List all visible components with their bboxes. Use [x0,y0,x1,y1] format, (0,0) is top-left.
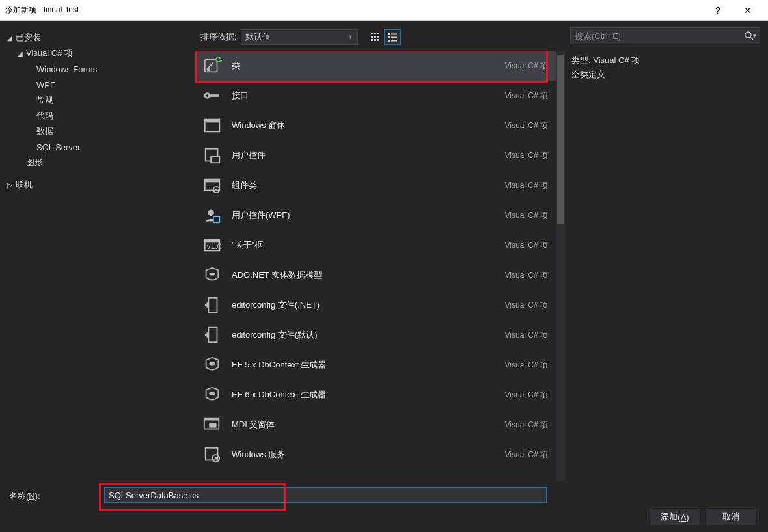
svg-rect-11 [388,36,390,38]
template-row[interactable]: Windows 服务Visual C# 项 [195,440,556,470]
template-row[interactable]: 用户控件Visual C# 项 [195,140,556,170]
template-name: 类 [232,60,505,72]
detail-desc: 空类定义 [570,68,768,82]
svg-rect-22 [205,120,220,123]
name-label: 名称(N): [9,490,40,502]
view-mode-small-icons[interactable] [367,29,384,45]
template-row[interactable]: Windows 窗体Visual C# 项 [195,111,556,140]
template-name: ADO.NET 实体数据模型 [232,269,505,281]
template-icon [200,114,224,137]
svg-rect-2 [377,33,379,34]
template-lang: Visual C# 项 [505,449,548,460]
svg-rect-12 [391,37,397,38]
details-panel: ▾ 类型: Visual C# 项 空类定义 [565,21,768,502]
name-input[interactable] [104,487,547,503]
category-tree: ◢已安装 ◢Visual C# 项 Windows Forms WPF 常规 代… [0,21,195,502]
view-mode-details[interactable] [384,29,401,45]
template-name: 组件类 [232,180,505,191]
tree-online[interactable]: ▷联机 [5,177,195,193]
svg-rect-5 [377,36,379,38]
template-icon [200,144,224,167]
template-lang: Visual C# 项 [505,330,548,341]
close-button[interactable]: ✕ [733,0,763,21]
svg-point-19 [206,94,209,97]
svg-rect-14 [391,40,397,42]
cancel-button[interactable]: 取消 [706,509,756,525]
template-icon [200,353,224,377]
template-row[interactable]: MDI 父窗体Visual C# 项 [195,410,556,440]
tree-child[interactable]: Windows Forms [5,61,195,77]
svg-rect-26 [205,180,220,183]
svg-point-42 [215,457,217,460]
search-box[interactable]: ▾ [570,27,760,44]
template-icon: C# [200,54,224,77]
template-lang: Visual C# 项 [505,210,548,221]
svg-rect-0 [371,33,373,34]
chevron-down-icon: ▼ [348,34,353,40]
svg-rect-20 [210,94,219,97]
template-lang: Visual C# 项 [505,120,548,131]
template-list: C#类Visual C# 项接口Visual C# 项Windows 窗体Vis… [195,51,565,502]
svg-rect-10 [391,34,397,35]
help-button[interactable]: ? [703,0,733,21]
sort-dropdown[interactable]: 默认值 ▼ [241,29,358,45]
svg-point-36 [209,392,215,395]
svg-rect-38 [204,418,219,421]
svg-rect-39 [209,423,216,428]
tree-child[interactable]: 代码 [5,108,195,124]
scrollbar-thumb[interactable] [557,55,564,224]
svg-point-35 [209,362,215,366]
detail-type: 类型: Visual C# 项 [570,53,768,68]
svg-rect-9 [388,33,390,35]
svg-rect-7 [374,39,376,41]
template-row[interactable]: EF 6.x DbContext 生成器Visual C# 项 [195,380,556,410]
template-row[interactable]: editorconfig 文件(.NET)Visual C# 项 [195,290,556,320]
template-icon [200,383,224,406]
template-lang: Visual C# 项 [505,90,548,101]
template-icon [200,204,224,227]
template-lang: Visual C# 项 [505,300,548,311]
template-name: EF 5.x DbContext 生成器 [232,359,505,371]
sort-value: 默认值 [245,31,271,43]
tree-visual-csharp[interactable]: ◢Visual C# 项 [5,46,195,61]
template-name: MDI 父窗体 [232,419,505,431]
tree-child[interactable]: WPF [5,77,195,92]
svg-point-29 [208,210,213,216]
tree-graphics[interactable]: 图形 [5,155,195,170]
search-icon[interactable]: ▾ [743,29,757,43]
tree-child[interactable]: SQL Server [5,139,195,155]
tree-child[interactable]: 数据 [5,124,195,139]
template-row[interactable]: v1.0"关于"框Visual C# 项 [195,230,556,260]
svg-rect-1 [374,33,376,34]
center-column: 排序依据: 默认值 ▼ C#类Visual C# 项接口Visual C# 项W… [195,21,565,502]
template-row[interactable]: 用户控件(WPF)Visual C# 项 [195,200,556,230]
template-row[interactable]: ADO.NET 实体数据模型Visual C# 项 [195,260,556,290]
template-row[interactable]: EF 5.x DbContext 生成器Visual C# 项 [195,350,556,380]
template-lang: Visual C# 项 [505,360,548,371]
tree-installed[interactable]: ◢已安装 [5,30,195,46]
svg-rect-8 [377,39,379,41]
template-icon [200,263,224,287]
template-row[interactable]: editorconfig 文件(默认)Visual C# 项 [195,320,556,350]
search-input[interactable] [575,31,743,41]
template-lang: Visual C# 项 [505,419,548,431]
template-scrollbar[interactable] [556,51,565,502]
svg-rect-4 [374,36,376,38]
template-name: EF 6.x DbContext 生成器 [232,389,505,401]
svg-rect-13 [388,40,390,42]
svg-point-43 [745,32,751,38]
svg-rect-6 [371,39,373,41]
template-row[interactable]: 接口Visual C# 项 [195,81,556,111]
svg-point-28 [215,189,218,191]
template-name: Windows 窗体 [232,120,505,131]
template-row[interactable]: C#类Visual C# 项 [195,51,556,81]
svg-point-17 [207,68,211,72]
add-button[interactable]: 添加(A) [650,509,700,525]
template-row[interactable]: 组件类Visual C# 项 [195,170,556,200]
template-icon [200,84,224,107]
svg-rect-24 [211,157,219,163]
main-area: ◢已安装 ◢Visual C# 项 Windows Forms WPF 常规 代… [0,21,768,502]
tree-child[interactable]: 常规 [5,92,195,108]
template-name: 用户控件(WPF) [232,209,505,221]
template-icon: v1.0 [200,233,224,257]
